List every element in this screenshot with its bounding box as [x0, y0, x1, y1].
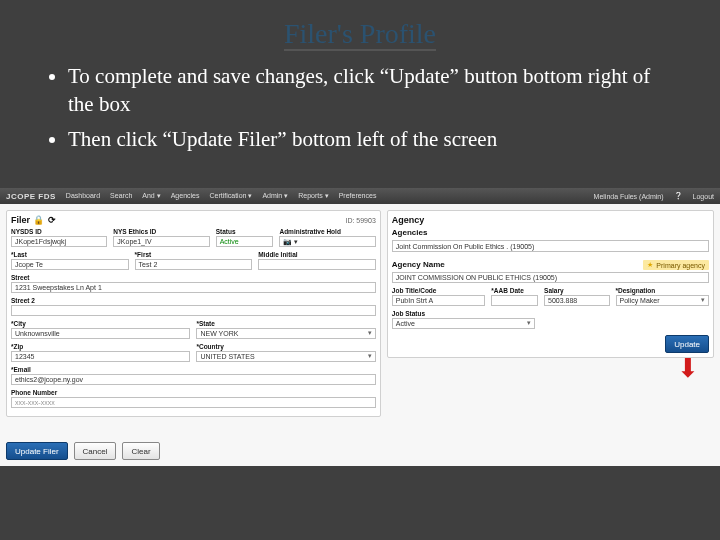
slide-bullets: To complete and save changes, click “Upd… — [0, 56, 720, 169]
lbl-street2: Street 2 — [11, 297, 376, 304]
inp-street[interactable]: 1231 Sweepstakes Ln Apt 1 — [11, 282, 376, 293]
inp-middle[interactable] — [258, 259, 376, 270]
app-topbar: JCOPE FDS Dashboard Search And ▾ Agencie… — [0, 188, 720, 204]
agency-name-label: Agency Name — [392, 260, 445, 269]
nav-logout[interactable]: Logout — [693, 193, 714, 200]
nav-certification[interactable]: Certification ▾ — [209, 192, 252, 200]
clear-button[interactable]: Clear — [122, 442, 159, 460]
cancel-button[interactable]: Cancel — [74, 442, 117, 460]
nav-and[interactable]: And ▾ — [142, 192, 160, 200]
val-nysds: JKope1Fdsjwqkj — [11, 236, 107, 247]
topbar-user: Melinda Fules (Admin) — [594, 193, 664, 200]
lbl-first: *First — [135, 251, 253, 258]
lbl-email: *Email — [11, 366, 376, 373]
app-brand: JCOPE FDS — [6, 192, 56, 201]
val-aabdate — [491, 295, 538, 306]
agency-panel-title: Agency — [392, 215, 425, 225]
agency-selected: Joint Commission On Public Ethics . (190… — [392, 240, 709, 252]
val-nysethics: JKope1_IV — [113, 236, 209, 247]
nav-reports[interactable]: Reports ▾ — [298, 192, 328, 200]
footer-buttons: Update Filer Cancel Clear ⬆ — [6, 442, 160, 460]
lbl-jobstatus: Job Status — [392, 310, 535, 317]
primary-agency-badge: ★Primary agency — [643, 260, 709, 270]
filer-panel: Filer 🔒 ⟳ ID: 59903 NYSDS IDJKope1Fdsjwq… — [6, 210, 381, 417]
slide-title: Filer's Profile — [0, 0, 720, 56]
app-screenshot: JCOPE FDS Dashboard Search And ▾ Agencie… — [0, 188, 720, 466]
inp-phone[interactable]: xxx-xxx-xxxx — [11, 397, 376, 408]
update-button[interactable]: Update — [665, 335, 709, 353]
filer-panel-title: Filer — [11, 215, 30, 225]
lbl-state: *State — [196, 320, 375, 327]
lbl-phone: Phone Number — [11, 389, 376, 396]
agency-name-value: JOINT COMMISSION ON PUBLIC ETHICS (19005… — [392, 272, 709, 283]
star-icon: ★ — [647, 261, 653, 269]
filer-id: ID: 59903 — [345, 217, 375, 224]
nav-dashboard[interactable]: Dashboard — [66, 192, 100, 200]
lbl-nysds: NYSDS ID — [11, 228, 107, 235]
lbl-designation: *Designation — [616, 287, 710, 294]
lbl-status: Status — [216, 228, 274, 235]
agencies-subhead: Agencies — [392, 228, 709, 237]
sel-state[interactable]: NEW YORK — [196, 328, 375, 339]
lbl-nysethics: NYS Ethics ID — [113, 228, 209, 235]
bullet-1: To complete and save changes, click “Upd… — [68, 62, 680, 119]
lbl-city: *City — [11, 320, 190, 327]
nav-search[interactable]: Search — [110, 192, 132, 200]
lock-icon: 🔒 — [33, 215, 44, 225]
inp-zip[interactable]: 12345 — [11, 351, 190, 362]
refresh-icon[interactable]: ⟳ — [48, 215, 56, 225]
lbl-salary: Salary — [544, 287, 609, 294]
inp-jobtitle[interactable]: PubIn Strt A — [392, 295, 486, 306]
bullet-2: Then click “Update Filer” bottom left of… — [68, 125, 680, 153]
lbl-street: Street — [11, 274, 376, 281]
val-adminhold[interactable]: 📷 ▾ — [279, 236, 375, 247]
app-nav: Dashboard Search And ▾ Agencies Certific… — [66, 192, 377, 200]
update-filer-button[interactable]: Update Filer — [6, 442, 68, 460]
inp-last[interactable]: Jcope Te — [11, 259, 129, 270]
sel-designation[interactable]: Policy Maker — [616, 295, 710, 306]
inp-street2[interactable] — [11, 305, 376, 316]
inp-first[interactable]: Test 2 — [135, 259, 253, 270]
agency-panel: Agency Agencies Joint Commission On Publ… — [387, 210, 714, 358]
nav-preferences[interactable]: Preferences — [339, 192, 377, 200]
slide-footer-dark — [0, 466, 720, 540]
arrow-pointer-update-icon: ⬇ — [677, 355, 699, 381]
lbl-adminhold: Administrative Hold — [279, 228, 375, 235]
help-icon[interactable]: ❔ — [674, 192, 683, 200]
lbl-middle: Middle Initial — [258, 251, 376, 258]
val-status: Active — [216, 236, 274, 247]
inp-email[interactable]: ethics2@jcope.ny.gov — [11, 374, 376, 385]
lbl-aabdate: *AAB Date — [491, 287, 538, 294]
nav-admin[interactable]: Admin ▾ — [262, 192, 288, 200]
sel-country[interactable]: UNITED STATES — [196, 351, 375, 362]
inp-city[interactable]: Unknownsville — [11, 328, 190, 339]
lbl-last: *Last — [11, 251, 129, 258]
lbl-zip: *Zip — [11, 343, 190, 350]
lbl-country: *Country — [196, 343, 375, 350]
lbl-jobtitle: Job Title/Code — [392, 287, 486, 294]
sel-jobstatus[interactable]: Active — [392, 318, 535, 329]
inp-salary[interactable]: 5003.888 — [544, 295, 609, 306]
nav-agencies[interactable]: Agencies — [171, 192, 200, 200]
